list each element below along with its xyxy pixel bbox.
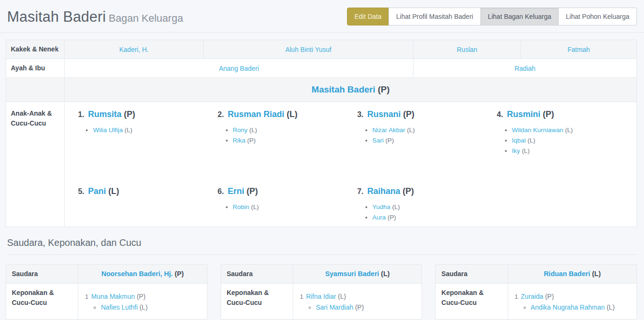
grandparent-link[interactable]: Aluh Binti Yusuf bbox=[285, 46, 331, 53]
nephews-cell: 1Rifna Idiar (L) Sari Mardiah (P) bbox=[293, 284, 421, 319]
view-switcher: Edit Data Lihat Profil Masitah Baderi Li… bbox=[347, 8, 637, 25]
grandchild-gender: (L) bbox=[522, 147, 530, 154]
sibling-label: Saudara bbox=[221, 265, 293, 283]
sibling-gender: (P) bbox=[175, 270, 184, 278]
child-item: 4. Rusmini (P) Wildan Kurniawan (L) Iqba… bbox=[497, 108, 636, 185]
grandchild-link[interactable]: Aura bbox=[372, 214, 386, 221]
grandchild-item: Iky (L) bbox=[512, 146, 628, 156]
child-name-link[interactable]: Pani bbox=[88, 186, 106, 196]
grandchildren-list: Rony (L) Rika (P) bbox=[218, 125, 349, 146]
row-label-parents: Ayah & Ibu bbox=[6, 59, 65, 78]
child-gender: (P) bbox=[124, 109, 135, 119]
grandchild-link[interactable]: Rony bbox=[233, 126, 248, 134]
sibling-name-link[interactable]: Syamsuri Baderi bbox=[325, 270, 379, 278]
view-tree-button[interactable]: Lihat Pohon Keluarga bbox=[558, 8, 637, 25]
nephew-item: 1Zuraida (P) Andika Nugraha Rahman (L) bbox=[515, 291, 632, 312]
self-row: Masitah Baderi (P) bbox=[6, 78, 637, 102]
nephew-child-link[interactable]: Nafies Luthfi bbox=[101, 303, 138, 311]
view-profile-button[interactable]: Lihat Profil Masitah Baderi bbox=[388, 8, 480, 25]
nephew-children-list: Nafies Luthfi (L) bbox=[85, 302, 202, 312]
child-name-link[interactable]: Rusnani bbox=[367, 109, 401, 119]
nephew-link[interactable]: Zuraida bbox=[521, 293, 543, 300]
nephew-child-link[interactable]: Sari Mardiah bbox=[316, 303, 353, 311]
grandchild-link[interactable]: Robin bbox=[233, 203, 249, 211]
nephew-item: 1Muna Makmun (P) Nafies Luthfi (L) bbox=[85, 291, 202, 312]
child-name-link[interactable]: Rumsita bbox=[88, 109, 122, 119]
grandchild-item: Wildan Kurniawan (L) bbox=[512, 125, 628, 135]
grandchild-gender: (P) bbox=[388, 214, 396, 221]
child-gender: (P) bbox=[403, 186, 414, 196]
grandchild-item: Sari (P) bbox=[372, 135, 488, 146]
sibling-gender: (L) bbox=[592, 270, 601, 278]
view-chart-button[interactable]: Lihat Bagan Keluarga bbox=[480, 8, 559, 25]
page-header: Masitah BaderiBagan Keluarga Edit Data L… bbox=[0, 0, 644, 33]
child-number: 5. bbox=[78, 187, 84, 195]
nephew-gender: (P) bbox=[137, 293, 146, 300]
grandchild-link[interactable]: Iky bbox=[512, 147, 520, 154]
children-grid: 1. Rumsita (P) Wilia Ulfija (L) 2. Rusma… bbox=[78, 108, 636, 223]
grandchild-item: Yudha (L) bbox=[372, 202, 488, 212]
parents-row: Ayah & Ibu Anang Baderi Radiah bbox=[6, 59, 637, 78]
child-name-link[interactable]: Erni bbox=[228, 186, 244, 196]
sibling-name-link[interactable]: Riduan Baderi bbox=[544, 270, 590, 278]
nephew-number: 1 bbox=[85, 293, 88, 300]
grandchild-link[interactable]: Nizar Akbar bbox=[372, 126, 405, 134]
children-cell: 1. Rumsita (P) Wilia Ulfija (L) 2. Rusma… bbox=[65, 102, 637, 227]
grandchild-gender: (L) bbox=[407, 126, 415, 134]
row-label-children: Anak-Anak & Cucu-Cucu bbox=[6, 102, 65, 227]
sibling-name-link[interactable]: Noorsehan Baderi, Hj. bbox=[101, 270, 173, 278]
grandchild-gender: (P) bbox=[385, 137, 394, 144]
child-item: 3. Rusnani (P) Nizar Akbar (L) Sari (P) bbox=[357, 108, 497, 185]
child-number: 7. bbox=[357, 187, 363, 195]
nephew-child-gender: (L) bbox=[607, 303, 615, 311]
grandchild-link[interactable]: Yudha bbox=[372, 203, 390, 211]
grandchild-link[interactable]: Wildan Kurniawan bbox=[512, 126, 563, 134]
grandchild-gender: (P) bbox=[247, 137, 256, 144]
nephew-number: 1 bbox=[515, 293, 518, 300]
grandchild-gender: (L) bbox=[124, 126, 132, 134]
sibling-cards: Saudara Noorsehan Baderi, Hj. (P) Kepona… bbox=[0, 255, 644, 320]
grandchildren-list: Wildan Kurniawan (L) Iqbal (L) Iky (L) bbox=[497, 125, 628, 156]
sibling-name-cell: Riduan Baderi (L) bbox=[508, 265, 636, 283]
family-chart-content: Kakek & Nenek Kaderi, H. Aluh Binti Yusu… bbox=[0, 33, 644, 227]
siblings-section-heading: Saudara, Keponakan, dan Cucu bbox=[7, 237, 637, 255]
grandparent-link[interactable]: Kaderi, H. bbox=[119, 46, 149, 53]
nephew-child-item: Andika Nugraha Rahman (L) bbox=[531, 302, 632, 312]
self-name-link[interactable]: Masitah Baderi bbox=[312, 84, 375, 94]
nephew-child-gender: (P) bbox=[355, 303, 364, 311]
child-name-link[interactable]: Rusmini bbox=[507, 109, 540, 119]
grandparents-row: Kakek & Nenek Kaderi, H. Aluh Binti Yusu… bbox=[6, 40, 637, 59]
child-number: 2. bbox=[218, 110, 224, 118]
grandchild-link[interactable]: Wilia Ulfija bbox=[93, 126, 123, 134]
grandchild-gender: (L) bbox=[528, 137, 536, 144]
nephew-link[interactable]: Rifna Idiar bbox=[306, 293, 336, 300]
sibling-label: Saudara bbox=[6, 265, 78, 283]
grandchild-item: Nizar Akbar (L) bbox=[372, 125, 488, 135]
grandchild-gender: (L) bbox=[249, 126, 257, 134]
row-label-self bbox=[6, 78, 65, 102]
child-number: 4. bbox=[497, 110, 503, 118]
edit-data-button[interactable]: Edit Data bbox=[347, 8, 389, 25]
grandchild-link[interactable]: Rika bbox=[233, 137, 246, 144]
grandparent-link[interactable]: Fatmah bbox=[568, 46, 590, 53]
nephew-child-link[interactable]: Andika Nugraha Rahman bbox=[531, 303, 605, 311]
father-cell: Anang Baderi bbox=[65, 59, 413, 78]
grandparent-cell: Kaderi, H. bbox=[65, 40, 203, 59]
grandchild-link[interactable]: Sari bbox=[372, 137, 384, 144]
child-item: 7. Raihana (P) Yudha (L) Aura (P) bbox=[357, 185, 497, 223]
nephews-cell: 1Muna Makmun (P) Nafies Luthfi (L) bbox=[78, 284, 206, 319]
child-gender: (P) bbox=[543, 109, 554, 119]
grandchild-link[interactable]: Iqbal bbox=[512, 137, 526, 144]
nephew-link[interactable]: Muna Makmun bbox=[91, 293, 135, 300]
mother-link[interactable]: Radiah bbox=[514, 65, 535, 72]
child-name-link[interactable]: Rusman Riadi bbox=[228, 109, 284, 119]
grandparent-link[interactable]: Ruslan bbox=[457, 46, 478, 53]
grandchild-item: Aura (P) bbox=[372, 212, 488, 223]
sibling-card: Saudara Noorsehan Baderi, Hj. (P) Kepona… bbox=[6, 264, 207, 320]
child-name-link[interactable]: Raihana bbox=[367, 186, 400, 196]
grandchild-item: Rika (P) bbox=[233, 135, 349, 146]
grandchild-gender: (L) bbox=[565, 126, 573, 134]
nephew-child-item: Nafies Luthfi (L) bbox=[101, 302, 202, 312]
father-link[interactable]: Anang Baderi bbox=[219, 65, 259, 72]
child-item: 1. Rumsita (P) Wilia Ulfija (L) bbox=[78, 108, 217, 185]
